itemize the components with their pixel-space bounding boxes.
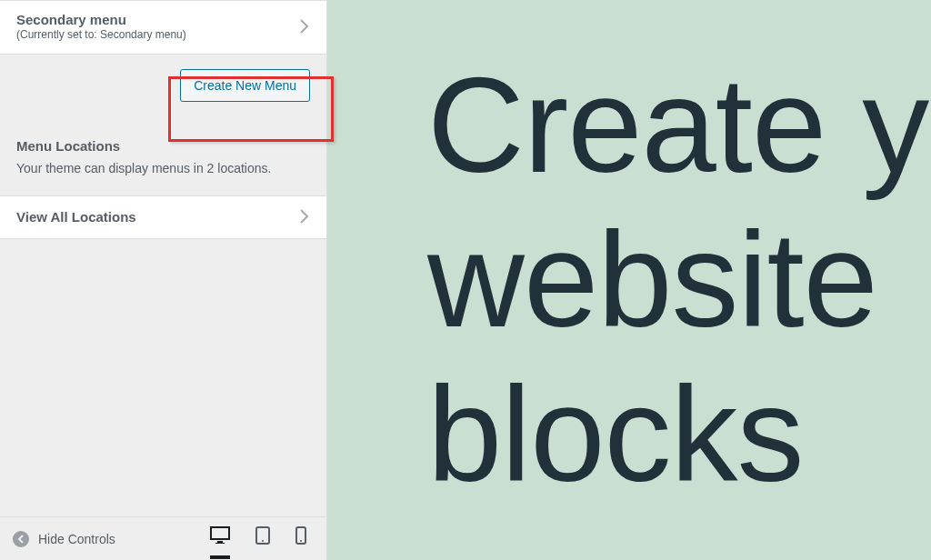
sidebar-footer: Hide Controls bbox=[0, 516, 326, 560]
create-new-menu-button[interactable]: Create New Menu bbox=[180, 69, 310, 102]
secondary-menu-subtitle: (Currently set to: Secondary menu) bbox=[16, 28, 186, 41]
view-all-locations-title: View All Locations bbox=[16, 209, 136, 225]
secondary-menu-titles: Secondary menu (Currently set to: Second… bbox=[16, 12, 186, 41]
chevron-right-icon bbox=[297, 207, 310, 225]
svg-rect-0 bbox=[211, 527, 229, 539]
menu-locations-heading: Menu Locations bbox=[16, 138, 310, 154]
customizer-sidebar: Secondary menu (Currently set to: Second… bbox=[0, 0, 327, 560]
svg-rect-1 bbox=[217, 541, 223, 543]
hero-line-1: Create y bbox=[427, 50, 928, 200]
menu-locations-description: Your theme can display menus in 2 locati… bbox=[16, 161, 310, 175]
menu-locations-section: Menu Locations Your theme can display me… bbox=[0, 116, 326, 195]
collapse-left-icon bbox=[13, 531, 29, 547]
chevron-right-icon bbox=[297, 17, 310, 35]
hide-controls-button[interactable]: Hide Controls bbox=[13, 531, 115, 547]
svg-point-4 bbox=[262, 540, 264, 542]
desktop-icon bbox=[210, 526, 230, 548]
hide-controls-label: Hide Controls bbox=[38, 532, 115, 546]
secondary-menu-row[interactable]: Secondary menu (Currently set to: Second… bbox=[0, 0, 326, 55]
hero-text: Create y website blocks bbox=[427, 48, 928, 513]
device-desktop-button[interactable] bbox=[210, 519, 230, 559]
hero-line-2: website bbox=[427, 205, 877, 355]
customizer-app: Secondary menu (Currently set to: Second… bbox=[0, 0, 931, 560]
mobile-icon bbox=[295, 526, 306, 548]
device-preview-buttons bbox=[210, 519, 317, 559]
device-mobile-button[interactable] bbox=[295, 519, 306, 559]
svg-rect-2 bbox=[215, 543, 225, 544]
view-all-locations-row[interactable]: View All Locations bbox=[0, 195, 326, 239]
device-tablet-button[interactable] bbox=[255, 519, 270, 559]
hero-line-3: blocks bbox=[427, 359, 804, 509]
tablet-icon bbox=[255, 526, 270, 548]
secondary-menu-title: Secondary menu bbox=[16, 12, 186, 27]
sidebar-content: Secondary menu (Currently set to: Second… bbox=[0, 0, 326, 516]
create-menu-area: Create New Menu bbox=[0, 55, 326, 116]
svg-point-6 bbox=[300, 540, 302, 542]
site-preview-pane[interactable]: Create y website blocks bbox=[327, 0, 931, 560]
